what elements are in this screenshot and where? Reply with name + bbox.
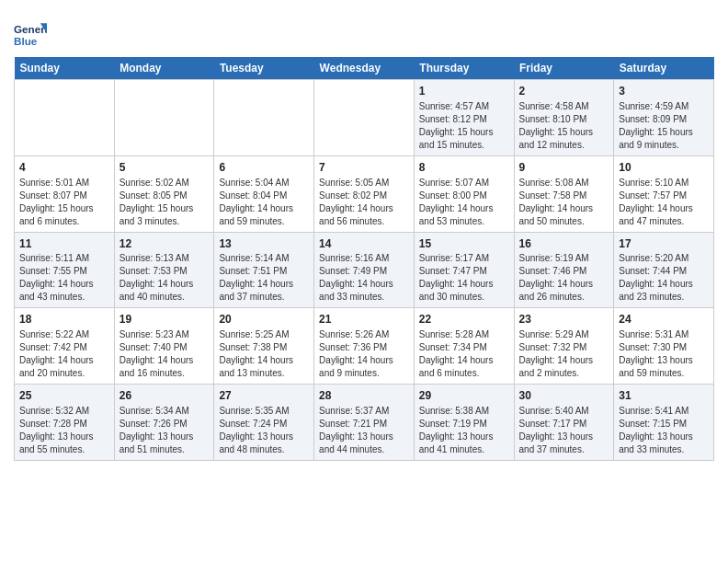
day-number: 22 xyxy=(419,312,509,327)
day-number: 18 xyxy=(19,312,109,327)
day-info: Sunrise: 4:59 AM Sunset: 8:09 PM Dayligh… xyxy=(619,100,709,152)
calendar-cell: 23Sunrise: 5:29 AM Sunset: 7:32 PM Dayli… xyxy=(514,308,614,385)
calendar-table: SundayMondayTuesdayWednesdayThursdayFrid… xyxy=(14,57,714,461)
calendar-cell: 5Sunrise: 5:02 AM Sunset: 8:05 PM Daylig… xyxy=(114,155,214,232)
weekday-header-row: SundayMondayTuesdayWednesdayThursdayFrid… xyxy=(15,57,714,80)
day-info: Sunrise: 5:40 AM Sunset: 7:17 PM Dayligh… xyxy=(519,405,609,456)
day-number: 8 xyxy=(419,160,509,176)
day-info: Sunrise: 5:19 AM Sunset: 7:46 PM Dayligh… xyxy=(519,252,609,304)
day-number: 2 xyxy=(519,84,609,99)
day-info: Sunrise: 5:01 AM Sunset: 8:07 PM Dayligh… xyxy=(19,177,109,228)
day-number: 1 xyxy=(419,84,509,99)
calendar-cell: 13Sunrise: 5:14 AM Sunset: 7:51 PM Dayli… xyxy=(214,232,314,308)
day-number: 14 xyxy=(319,236,409,252)
day-info: Sunrise: 5:32 AM Sunset: 7:28 PM Dayligh… xyxy=(19,405,109,456)
day-info: Sunrise: 5:02 AM Sunset: 8:05 PM Dayligh… xyxy=(119,177,210,228)
calendar-cell: 10Sunrise: 5:10 AM Sunset: 7:57 PM Dayli… xyxy=(614,155,714,232)
logo-icon: General Blue xyxy=(14,17,47,50)
day-info: Sunrise: 5:08 AM Sunset: 7:58 PM Dayligh… xyxy=(519,177,609,228)
day-info: Sunrise: 5:14 AM Sunset: 7:51 PM Dayligh… xyxy=(219,252,309,304)
weekday-header-friday: Friday xyxy=(514,57,614,80)
day-number: 20 xyxy=(219,312,309,327)
day-number: 30 xyxy=(519,388,609,404)
day-number: 7 xyxy=(319,160,409,176)
calendar-cell: 28Sunrise: 5:37 AM Sunset: 7:21 PM Dayli… xyxy=(314,385,415,461)
day-info: Sunrise: 5:28 AM Sunset: 7:34 PM Dayligh… xyxy=(419,328,509,380)
logo: General Blue xyxy=(14,17,51,50)
day-number: 27 xyxy=(219,388,309,404)
day-info: Sunrise: 5:34 AM Sunset: 7:26 PM Dayligh… xyxy=(119,405,210,456)
day-info: Sunrise: 5:37 AM Sunset: 7:21 PM Dayligh… xyxy=(319,405,409,456)
day-info: Sunrise: 5:26 AM Sunset: 7:36 PM Dayligh… xyxy=(319,328,409,380)
weekday-header-sunday: Sunday xyxy=(15,57,115,80)
day-number: 25 xyxy=(19,388,109,404)
week-row-1: 1Sunrise: 4:57 AM Sunset: 8:12 PM Daylig… xyxy=(15,80,714,156)
day-info: Sunrise: 5:31 AM Sunset: 7:30 PM Dayligh… xyxy=(619,328,709,380)
calendar-cell: 7Sunrise: 5:05 AM Sunset: 8:02 PM Daylig… xyxy=(314,155,415,232)
calendar-cell: 25Sunrise: 5:32 AM Sunset: 7:28 PM Dayli… xyxy=(15,385,115,461)
calendar-cell xyxy=(214,80,314,156)
day-info: Sunrise: 5:35 AM Sunset: 7:24 PM Dayligh… xyxy=(219,405,309,456)
day-info: Sunrise: 5:29 AM Sunset: 7:32 PM Dayligh… xyxy=(519,328,609,380)
calendar-cell: 20Sunrise: 5:25 AM Sunset: 7:38 PM Dayli… xyxy=(214,308,314,385)
calendar-cell: 30Sunrise: 5:40 AM Sunset: 7:17 PM Dayli… xyxy=(514,385,614,461)
day-number: 4 xyxy=(19,160,109,176)
day-number: 23 xyxy=(519,312,609,327)
day-info: Sunrise: 5:05 AM Sunset: 8:02 PM Dayligh… xyxy=(319,177,409,228)
day-number: 10 xyxy=(619,160,709,176)
calendar-cell: 9Sunrise: 5:08 AM Sunset: 7:58 PM Daylig… xyxy=(514,155,614,232)
day-info: Sunrise: 5:20 AM Sunset: 7:44 PM Dayligh… xyxy=(619,252,709,304)
day-number: 11 xyxy=(19,236,109,252)
day-number: 9 xyxy=(519,160,609,176)
day-number: 28 xyxy=(319,388,409,404)
calendar-cell: 6Sunrise: 5:04 AM Sunset: 8:04 PM Daylig… xyxy=(214,155,314,232)
day-number: 21 xyxy=(319,312,409,327)
calendar-cell: 24Sunrise: 5:31 AM Sunset: 7:30 PM Dayli… xyxy=(614,308,714,385)
day-number: 12 xyxy=(119,236,210,252)
day-number: 26 xyxy=(119,388,210,404)
calendar-cell: 12Sunrise: 5:13 AM Sunset: 7:53 PM Dayli… xyxy=(114,232,214,308)
day-number: 5 xyxy=(119,160,210,176)
day-info: Sunrise: 5:04 AM Sunset: 8:04 PM Dayligh… xyxy=(219,177,309,228)
day-info: Sunrise: 5:22 AM Sunset: 7:42 PM Dayligh… xyxy=(19,328,109,380)
calendar-cell xyxy=(314,80,415,156)
calendar-cell: 29Sunrise: 5:38 AM Sunset: 7:19 PM Dayli… xyxy=(414,385,514,461)
week-row-5: 25Sunrise: 5:32 AM Sunset: 7:28 PM Dayli… xyxy=(15,385,714,461)
calendar-cell: 1Sunrise: 4:57 AM Sunset: 8:12 PM Daylig… xyxy=(414,80,514,156)
calendar-cell: 14Sunrise: 5:16 AM Sunset: 7:49 PM Dayli… xyxy=(314,232,415,308)
day-number: 6 xyxy=(219,160,309,176)
day-info: Sunrise: 5:17 AM Sunset: 7:47 PM Dayligh… xyxy=(419,252,509,304)
day-number: 15 xyxy=(419,236,509,252)
calendar-cell: 18Sunrise: 5:22 AM Sunset: 7:42 PM Dayli… xyxy=(15,308,115,385)
calendar-cell: 21Sunrise: 5:26 AM Sunset: 7:36 PM Dayli… xyxy=(314,308,415,385)
day-number: 29 xyxy=(419,388,509,404)
day-info: Sunrise: 5:25 AM Sunset: 7:38 PM Dayligh… xyxy=(219,328,309,380)
day-info: Sunrise: 4:57 AM Sunset: 8:12 PM Dayligh… xyxy=(419,100,509,152)
day-info: Sunrise: 5:07 AM Sunset: 8:00 PM Dayligh… xyxy=(419,177,509,228)
weekday-header-saturday: Saturday xyxy=(614,57,714,80)
day-info: Sunrise: 4:58 AM Sunset: 8:10 PM Dayligh… xyxy=(519,100,609,152)
calendar-cell: 8Sunrise: 5:07 AM Sunset: 8:00 PM Daylig… xyxy=(414,155,514,232)
calendar-cell xyxy=(114,80,214,156)
day-info: Sunrise: 5:23 AM Sunset: 7:40 PM Dayligh… xyxy=(119,328,210,380)
day-number: 31 xyxy=(619,388,709,404)
week-row-4: 18Sunrise: 5:22 AM Sunset: 7:42 PM Dayli… xyxy=(15,308,714,385)
calendar-cell: 27Sunrise: 5:35 AM Sunset: 7:24 PM Dayli… xyxy=(214,385,314,461)
calendar-cell: 15Sunrise: 5:17 AM Sunset: 7:47 PM Dayli… xyxy=(414,232,514,308)
svg-text:Blue: Blue xyxy=(14,35,38,47)
day-number: 13 xyxy=(219,236,309,252)
calendar-cell: 3Sunrise: 4:59 AM Sunset: 8:09 PM Daylig… xyxy=(614,80,714,156)
calendar-cell: 11Sunrise: 5:11 AM Sunset: 7:55 PM Dayli… xyxy=(15,232,115,308)
calendar-cell: 31Sunrise: 5:41 AM Sunset: 7:15 PM Dayli… xyxy=(614,385,714,461)
day-info: Sunrise: 5:10 AM Sunset: 7:57 PM Dayligh… xyxy=(619,177,709,228)
day-number: 19 xyxy=(119,312,210,327)
calendar-cell: 16Sunrise: 5:19 AM Sunset: 7:46 PM Dayli… xyxy=(514,232,614,308)
calendar-cell: 17Sunrise: 5:20 AM Sunset: 7:44 PM Dayli… xyxy=(614,232,714,308)
week-row-3: 11Sunrise: 5:11 AM Sunset: 7:55 PM Dayli… xyxy=(15,232,714,308)
day-info: Sunrise: 5:13 AM Sunset: 7:53 PM Dayligh… xyxy=(119,252,210,304)
calendar-cell: 19Sunrise: 5:23 AM Sunset: 7:40 PM Dayli… xyxy=(114,308,214,385)
day-number: 17 xyxy=(619,236,709,252)
calendar-cell: 2Sunrise: 4:58 AM Sunset: 8:10 PM Daylig… xyxy=(514,80,614,156)
weekday-header-wednesday: Wednesday xyxy=(314,57,415,80)
day-number: 3 xyxy=(619,84,709,99)
